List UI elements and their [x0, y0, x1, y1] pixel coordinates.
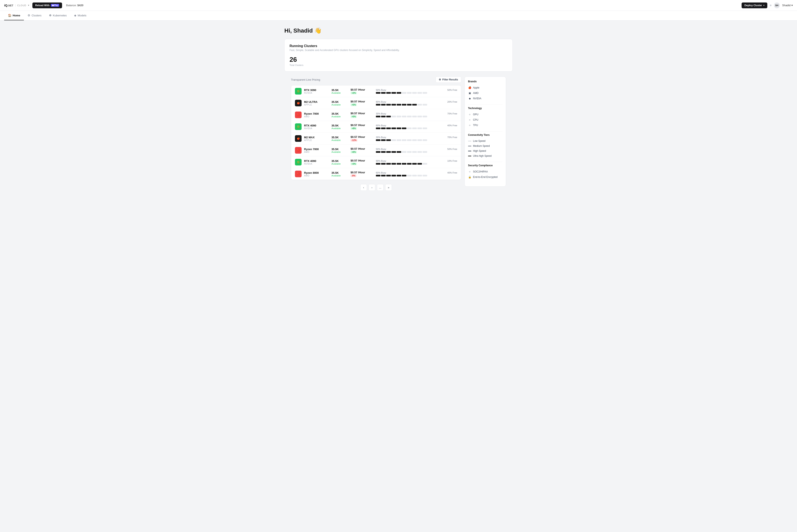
medium-speed-icon: [468, 146, 471, 146]
user-name-display[interactable]: Shadid ▾: [782, 4, 793, 7]
usage-bar: [376, 116, 457, 117]
usage-bar-empty: [392, 116, 396, 117]
filter-security-e2e[interactable]: 🔒 End-to-End Encrypted: [468, 174, 503, 180]
main-column: Transparent Live Pricing ⚙ Filter Result…: [291, 76, 461, 191]
table-row[interactable]: 🔴 Ryzen 7000 AMD 35.5K Available $0.57 /…: [291, 145, 461, 156]
usage-labels: 90% Busy 10% Free: [376, 160, 457, 162]
brand-icon: 🍎: [295, 100, 302, 106]
cluster-price: $0.57 /Hour: [350, 88, 374, 91]
tab-clusters[interactable]: ⚙ Clusters: [24, 11, 45, 20]
nav-tabs: 🏠 Home ⚙ Clusters ☸ Kubernetes ◈ Models: [0, 11, 797, 20]
cluster-name-col: RTX 4090 NVIDIA: [304, 124, 329, 130]
cluster-name: Ryzen 7000: [304, 112, 329, 115]
filter-brand-nvidia[interactable]: ◆ NVIDIA: [468, 96, 503, 101]
cluster-nodes-col: 35.5K Available: [331, 124, 348, 130]
cluster-usage-col: 50% Busy 50% Free: [376, 89, 457, 94]
cluster-brand: NVIDIA: [304, 127, 329, 130]
tab-home[interactable]: 🏠 Home: [4, 11, 24, 20]
greeting-emoji: 👋: [314, 27, 322, 34]
low-speed-icon: [468, 141, 471, 141]
filter-brand-amd[interactable]: ▣ AMD: [468, 90, 503, 96]
table-row[interactable]: 🍎 M2 MAX APPLE 35.5K Available $0.57 /Ho…: [291, 133, 461, 145]
usage-bar-filled: [381, 139, 386, 141]
cluster-name-col: RTX 4090 NVIDIA: [304, 159, 329, 165]
usage-bar-filled: [376, 92, 380, 94]
usage-bar-empty: [422, 139, 427, 141]
logo[interactable]: iQ.NET CLOUD ▾: [4, 3, 29, 7]
main-content: Hi, Shadid 👋 Running Clusters Fast, Simp…: [0, 20, 797, 197]
cluster-price: $0.57 /Hour: [350, 112, 374, 115]
cluster-brand: AMD: [304, 174, 329, 177]
gpu-icon: ○: [468, 113, 471, 116]
tab-kubernetes[interactable]: ☸ Kubernetes: [45, 11, 71, 20]
filter-security-soc2[interactable]: ○ SOC2/HIPAA: [468, 169, 503, 174]
free-label: 10% Free: [447, 160, 457, 162]
free-label: 50% Free: [447, 148, 457, 150]
cluster-availability: Available: [331, 92, 348, 94]
usage-bar-filled: [407, 163, 412, 165]
user-initials: SH: [775, 4, 778, 7]
filter-conn-med[interactable]: Medium Speed: [468, 144, 503, 149]
usage-bar-empty: [407, 151, 412, 153]
usage-bar-filled: [412, 163, 417, 165]
pagination-next[interactable]: ›: [368, 184, 375, 191]
tab-models[interactable]: ◈ Models: [70, 11, 90, 20]
filter-brand-apple[interactable]: 🍎 Apple: [468, 85, 503, 90]
pagination-last[interactable]: »: [385, 184, 392, 191]
brand-icon: 🟢: [295, 88, 302, 95]
cluster-name: M2 MAX: [304, 136, 329, 139]
usage-bar-filled: [381, 116, 386, 117]
cluster-name-col: RTX 3090 NVIDIA: [304, 89, 329, 94]
table-row[interactable]: 🟢 RTX 3090 NVIDIA 35.5K Available $0.57 …: [291, 86, 461, 97]
table-row[interactable]: 🔴 Ryzen 7000 AMD 35.5K Available $0.57 /…: [291, 109, 461, 121]
table-row[interactable]: 🍎 M2 ULTRA APPLE 35.5K Available $0.57 /…: [291, 97, 461, 109]
table-row[interactable]: 🟢 RTX 4090 NVIDIA 35.5K Available $0.57 …: [291, 156, 461, 168]
usage-bar: [376, 163, 457, 165]
usage-bar: [376, 139, 457, 141]
price-change-badge: -12%: [350, 139, 357, 141]
tab-models-label: Models: [78, 14, 86, 17]
filter-results-button[interactable]: ⚙ Filter Results: [436, 76, 461, 83]
usage-labels: 30% Busy 70% Free: [376, 112, 457, 115]
table-row[interactable]: 🔴 Ryzen 8000 AMD 35.5K Available $0.57 /…: [291, 168, 461, 180]
clusters-count: 26: [290, 56, 507, 63]
filter-tech-cpu[interactable]: ○ CPU: [468, 117, 503, 122]
usage-bar-empty: [412, 175, 417, 176]
filter-conn-uhigh[interactable]: Ultra high Speed: [468, 153, 503, 158]
price-change-badge: -9%: [350, 174, 356, 177]
usage-bar-empty: [407, 116, 412, 117]
usage-labels: 60% Busy 40% Free: [376, 124, 457, 127]
pagination-ellipsis[interactable]: ...: [377, 184, 383, 191]
pagination-prev[interactable]: ‹: [360, 184, 367, 191]
usage-bar-empty: [412, 116, 417, 117]
usage-bar-filled: [376, 116, 380, 117]
cluster-nodes-col: 35.5K Available: [331, 159, 348, 165]
usage-bar-empty: [402, 116, 406, 117]
usage-bar: [376, 175, 457, 176]
greeting-text: Hi, Shadid: [284, 27, 313, 34]
usage-bar-filled: [386, 151, 391, 153]
filter-tech-tpu[interactable]: ○ TPU: [468, 122, 503, 128]
usage-bar-empty: [407, 139, 412, 141]
pagination: ‹ › ... »: [291, 184, 461, 191]
filter-conn-high[interactable]: High Speed: [468, 149, 503, 153]
table-row[interactable]: 🟢 RTX 4090 NVIDIA 35.5K Available $0.57 …: [291, 121, 461, 133]
reload-pay-button[interactable]: Reload With Pay: [32, 2, 62, 8]
filter-tech-gpu[interactable]: ○ GPU: [468, 112, 503, 117]
free-label: 70% Free: [447, 112, 457, 115]
logo-chevron-icon[interactable]: ▾: [28, 4, 29, 6]
pricing-header: Transparent Live Pricing ⚙ Filter Result…: [291, 76, 461, 83]
usage-bar-filled: [392, 104, 396, 106]
running-clusters-card: Running Clusters Fast, Simple, Scalable …: [284, 39, 513, 72]
cluster-availability: Available: [331, 174, 348, 177]
usage-bar-empty: [412, 139, 417, 141]
header: iQ.NET CLOUD ▾ Reload With Pay Balance: …: [0, 0, 797, 11]
pay-badge: Pay: [51, 4, 59, 7]
cluster-price-col: $0.57 /Hour -9%: [350, 171, 374, 177]
cluster-price: $0.57 /Hour: [350, 147, 374, 150]
filter-conn-low[interactable]: Low Speed: [468, 138, 503, 144]
usage-bar-filled: [386, 128, 391, 129]
conn-high-label: High Speed: [473, 150, 486, 152]
soc2-icon: ○: [468, 170, 471, 173]
deploy-cluster-button[interactable]: Deploy Cluster ▾: [742, 2, 767, 8]
